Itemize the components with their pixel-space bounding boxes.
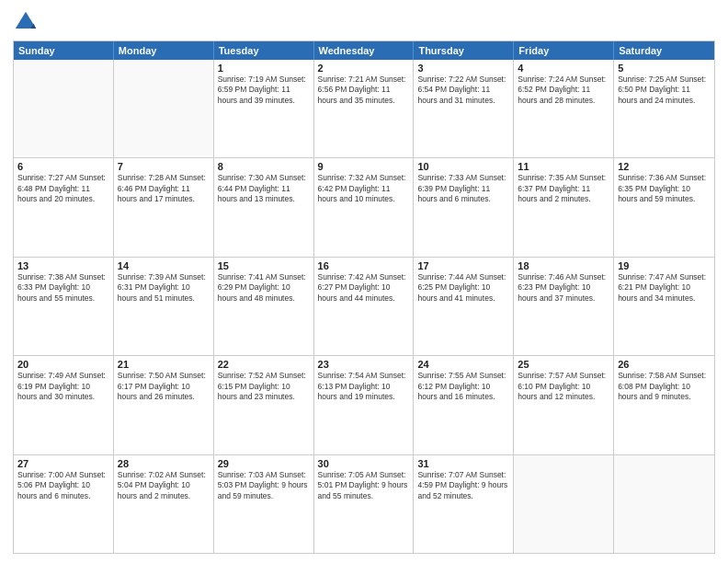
cell-text: Sunrise: 7:50 AM Sunset: 6:17 PM Dayligh… bbox=[118, 371, 210, 402]
page: SundayMondayTuesdayWednesdayThursdayFrid… bbox=[0, 0, 728, 563]
calendar-header: SundayMondayTuesdayWednesdayThursdayFrid… bbox=[14, 41, 714, 60]
calendar-cell: 21Sunrise: 7:50 AM Sunset: 6:17 PM Dayli… bbox=[114, 356, 214, 454]
day-number: 12 bbox=[618, 161, 711, 172]
cell-text: Sunrise: 7:39 AM Sunset: 6:31 PM Dayligh… bbox=[118, 272, 210, 304]
calendar-cell: 15Sunrise: 7:41 AM Sunset: 6:29 PM Dayli… bbox=[214, 258, 314, 355]
calendar-cell: 25Sunrise: 7:57 AM Sunset: 6:10 PM Dayli… bbox=[514, 356, 614, 454]
calendar-row: 20Sunrise: 7:49 AM Sunset: 6:19 PM Dayli… bbox=[14, 355, 714, 454]
day-number: 17 bbox=[417, 260, 509, 271]
cell-text: Sunrise: 7:58 AM Sunset: 6:08 PM Dayligh… bbox=[618, 371, 711, 402]
calendar-cell: 18Sunrise: 7:46 AM Sunset: 6:23 PM Dayli… bbox=[514, 258, 614, 355]
cell-text: Sunrise: 7:42 AM Sunset: 6:27 PM Dayligh… bbox=[318, 272, 410, 304]
header bbox=[13, 9, 715, 35]
calendar-cell: 27Sunrise: 7:00 AM Sunset: 5:06 PM Dayli… bbox=[14, 455, 114, 553]
calendar-cell: 12Sunrise: 7:36 AM Sunset: 6:35 PM Dayli… bbox=[614, 158, 714, 256]
cell-text: Sunrise: 7:02 AM Sunset: 5:04 PM Dayligh… bbox=[118, 470, 210, 501]
day-number: 18 bbox=[518, 260, 609, 271]
day-number: 22 bbox=[218, 359, 310, 370]
day-number: 31 bbox=[417, 458, 509, 469]
calendar-row: 1Sunrise: 7:19 AM Sunset: 6:59 PM Daylig… bbox=[14, 60, 714, 157]
weekday-header: Wednesday bbox=[314, 41, 415, 60]
day-number: 3 bbox=[417, 63, 509, 74]
cell-text: Sunrise: 7:19 AM Sunset: 6:59 PM Dayligh… bbox=[218, 75, 310, 106]
cell-text: Sunrise: 7:33 AM Sunset: 6:39 PM Dayligh… bbox=[417, 173, 509, 204]
cell-text: Sunrise: 7:35 AM Sunset: 6:37 PM Dayligh… bbox=[518, 173, 609, 204]
weekday-header: Monday bbox=[114, 41, 214, 60]
calendar-cell bbox=[514, 455, 614, 553]
calendar-cell: 3Sunrise: 7:22 AM Sunset: 6:54 PM Daylig… bbox=[414, 60, 514, 157]
calendar-cell bbox=[114, 60, 214, 157]
calendar-cell: 10Sunrise: 7:33 AM Sunset: 6:39 PM Dayli… bbox=[414, 158, 514, 256]
calendar-cell: 17Sunrise: 7:44 AM Sunset: 6:25 PM Dayli… bbox=[414, 258, 514, 355]
cell-text: Sunrise: 7:47 AM Sunset: 6:21 PM Dayligh… bbox=[618, 272, 711, 304]
day-number: 30 bbox=[318, 458, 410, 469]
cell-text: Sunrise: 7:28 AM Sunset: 6:46 PM Dayligh… bbox=[118, 173, 210, 204]
day-number: 27 bbox=[17, 458, 109, 469]
cell-text: Sunrise: 7:32 AM Sunset: 6:42 PM Dayligh… bbox=[318, 173, 410, 204]
cell-text: Sunrise: 7:22 AM Sunset: 6:54 PM Dayligh… bbox=[417, 75, 509, 106]
cell-text: Sunrise: 7:57 AM Sunset: 6:10 PM Dayligh… bbox=[518, 371, 609, 402]
weekday-header: Sunday bbox=[14, 41, 114, 60]
day-number: 23 bbox=[318, 359, 410, 370]
cell-text: Sunrise: 7:00 AM Sunset: 5:06 PM Dayligh… bbox=[17, 470, 109, 501]
day-number: 20 bbox=[17, 359, 109, 370]
calendar-cell: 19Sunrise: 7:47 AM Sunset: 6:21 PM Dayli… bbox=[614, 258, 714, 355]
calendar-cell: 31Sunrise: 7:07 AM Sunset: 4:59 PM Dayli… bbox=[414, 455, 514, 553]
cell-text: Sunrise: 7:30 AM Sunset: 6:44 PM Dayligh… bbox=[218, 173, 310, 204]
calendar-row: 27Sunrise: 7:00 AM Sunset: 5:06 PM Dayli… bbox=[14, 454, 714, 553]
cell-text: Sunrise: 7:07 AM Sunset: 4:59 PM Dayligh… bbox=[417, 470, 509, 501]
day-number: 14 bbox=[118, 260, 210, 271]
weekday-header: Thursday bbox=[414, 41, 514, 60]
day-number: 6 bbox=[17, 161, 109, 172]
day-number: 5 bbox=[618, 63, 711, 74]
cell-text: Sunrise: 7:27 AM Sunset: 6:48 PM Dayligh… bbox=[17, 173, 109, 204]
calendar-cell: 9Sunrise: 7:32 AM Sunset: 6:42 PM Daylig… bbox=[314, 158, 415, 256]
day-number: 8 bbox=[218, 161, 310, 172]
day-number: 25 bbox=[518, 359, 609, 370]
day-number: 13 bbox=[17, 260, 109, 271]
logo bbox=[13, 9, 42, 35]
cell-text: Sunrise: 7:41 AM Sunset: 6:29 PM Dayligh… bbox=[218, 272, 310, 304]
calendar-row: 6Sunrise: 7:27 AM Sunset: 6:48 PM Daylig… bbox=[14, 157, 714, 256]
day-number: 2 bbox=[318, 63, 410, 74]
day-number: 4 bbox=[518, 63, 609, 74]
calendar-cell: 14Sunrise: 7:39 AM Sunset: 6:31 PM Dayli… bbox=[114, 258, 214, 355]
day-number: 28 bbox=[118, 458, 210, 469]
calendar-cell: 26Sunrise: 7:58 AM Sunset: 6:08 PM Dayli… bbox=[614, 356, 714, 454]
day-number: 29 bbox=[218, 458, 310, 469]
calendar-cell bbox=[14, 60, 114, 157]
cell-text: Sunrise: 7:55 AM Sunset: 6:12 PM Dayligh… bbox=[417, 371, 509, 402]
cell-text: Sunrise: 7:49 AM Sunset: 6:19 PM Dayligh… bbox=[17, 371, 109, 402]
cell-text: Sunrise: 7:21 AM Sunset: 6:56 PM Dayligh… bbox=[318, 75, 410, 106]
cell-text: Sunrise: 7:54 AM Sunset: 6:13 PM Dayligh… bbox=[318, 371, 410, 402]
logo-icon bbox=[13, 9, 39, 35]
cell-text: Sunrise: 7:44 AM Sunset: 6:25 PM Dayligh… bbox=[417, 272, 509, 304]
cell-text: Sunrise: 7:52 AM Sunset: 6:15 PM Dayligh… bbox=[218, 371, 310, 402]
day-number: 19 bbox=[618, 260, 711, 271]
calendar-cell: 16Sunrise: 7:42 AM Sunset: 6:27 PM Dayli… bbox=[314, 258, 415, 355]
calendar-body: 1Sunrise: 7:19 AM Sunset: 6:59 PM Daylig… bbox=[14, 60, 714, 553]
calendar-cell: 23Sunrise: 7:54 AM Sunset: 6:13 PM Dayli… bbox=[314, 356, 415, 454]
calendar-cell: 20Sunrise: 7:49 AM Sunset: 6:19 PM Dayli… bbox=[14, 356, 114, 454]
cell-text: Sunrise: 7:24 AM Sunset: 6:52 PM Dayligh… bbox=[518, 75, 609, 106]
calendar-cell: 2Sunrise: 7:21 AM Sunset: 6:56 PM Daylig… bbox=[314, 60, 415, 157]
calendar-cell: 24Sunrise: 7:55 AM Sunset: 6:12 PM Dayli… bbox=[414, 356, 514, 454]
day-number: 11 bbox=[518, 161, 609, 172]
calendar-cell bbox=[614, 455, 714, 553]
calendar-cell: 29Sunrise: 7:03 AM Sunset: 5:03 PM Dayli… bbox=[214, 455, 314, 553]
calendar-cell: 28Sunrise: 7:02 AM Sunset: 5:04 PM Dayli… bbox=[114, 455, 214, 553]
day-number: 24 bbox=[417, 359, 509, 370]
cell-text: Sunrise: 7:36 AM Sunset: 6:35 PM Dayligh… bbox=[618, 173, 711, 204]
calendar-cell: 5Sunrise: 7:25 AM Sunset: 6:50 PM Daylig… bbox=[614, 60, 714, 157]
day-number: 1 bbox=[218, 63, 310, 74]
weekday-header: Friday bbox=[514, 41, 614, 60]
day-number: 15 bbox=[218, 260, 310, 271]
calendar-cell: 7Sunrise: 7:28 AM Sunset: 6:46 PM Daylig… bbox=[114, 158, 214, 256]
weekday-header: Saturday bbox=[614, 41, 714, 60]
calendar-cell: 6Sunrise: 7:27 AM Sunset: 6:48 PM Daylig… bbox=[14, 158, 114, 256]
calendar-cell: 4Sunrise: 7:24 AM Sunset: 6:52 PM Daylig… bbox=[514, 60, 614, 157]
day-number: 7 bbox=[118, 161, 210, 172]
day-number: 16 bbox=[318, 260, 410, 271]
cell-text: Sunrise: 7:25 AM Sunset: 6:50 PM Dayligh… bbox=[618, 75, 711, 106]
calendar: SundayMondayTuesdayWednesdayThursdayFrid… bbox=[13, 40, 715, 554]
